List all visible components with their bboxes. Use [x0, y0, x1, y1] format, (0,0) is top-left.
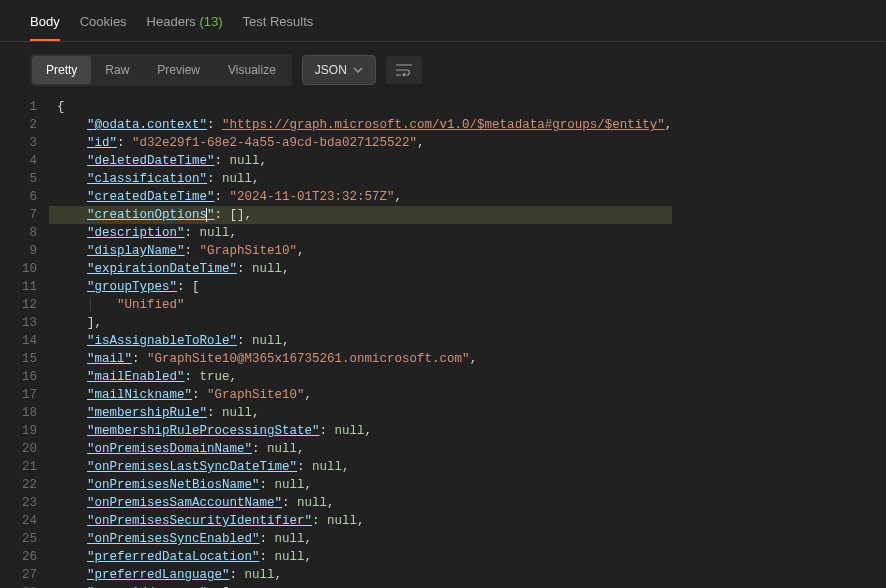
code-line[interactable]: "onPremisesDomainName": null, — [49, 440, 672, 458]
view-raw[interactable]: Raw — [91, 56, 143, 84]
code-line[interactable]: "displayName": "GraphSite10", — [49, 242, 672, 260]
code-line[interactable]: "deletedDateTime": null, — [49, 152, 672, 170]
tab-body[interactable]: Body — [30, 14, 60, 41]
code-line[interactable]: "expirationDateTime": null, — [49, 260, 672, 278]
view-pretty[interactable]: Pretty — [32, 56, 91, 84]
code-line[interactable]: "mail": "GraphSite10@M365x16735261.onmic… — [49, 350, 672, 368]
code-line[interactable]: ], — [49, 314, 672, 332]
code-line[interactable]: "onPremisesLastSyncDateTime": null, — [49, 458, 672, 476]
wrap-icon — [396, 64, 412, 76]
view-mode-segmented: Pretty Raw Preview Visualize — [30, 54, 292, 86]
tab-headers[interactable]: Headers (13) — [147, 14, 223, 41]
code-line[interactable]: "classification": null, — [49, 170, 672, 188]
code-line[interactable]: "membershipRule": null, — [49, 404, 672, 422]
code-line[interactable]: "createdDateTime": "2024-11-01T23:32:57Z… — [49, 188, 672, 206]
code-line[interactable]: "isAssignableToRole": null, — [49, 332, 672, 350]
code-line[interactable]: "membershipRuleProcessingState": null, — [49, 422, 672, 440]
headers-count-badge: (13) — [199, 14, 222, 29]
body-controls: Pretty Raw Preview Visualize JSON — [0, 42, 886, 98]
response-body-editor[interactable]: 1234567891011121314151617181920212223242… — [0, 98, 886, 588]
code-line[interactable]: "mailEnabled": true, — [49, 368, 672, 386]
code-content[interactable]: { "@odata.context": "https://graph.micro… — [49, 98, 672, 588]
view-preview[interactable]: Preview — [143, 56, 214, 84]
code-line[interactable]: "preferredDataLocation": null, — [49, 548, 672, 566]
code-line[interactable]: "groupTypes": [ — [49, 278, 672, 296]
code-line[interactable]: "mailNickname": "GraphSite10", — [49, 386, 672, 404]
tab-test-results[interactable]: Test Results — [243, 14, 314, 41]
response-tabs: Body Cookies Headers (13) Test Results — [0, 0, 886, 42]
code-line[interactable]: "description": null, — [49, 224, 672, 242]
code-line[interactable]: "proxyAddresses": [ — [49, 584, 672, 588]
tab-headers-label: Headers — [147, 14, 196, 29]
code-line[interactable]: { — [49, 98, 672, 116]
code-line[interactable]: "onPremisesSecurityIdentifier": null, — [49, 512, 672, 530]
code-line[interactable]: "onPremisesNetBiosName": null, — [49, 476, 672, 494]
code-line[interactable]: "@odata.context": "https://graph.microso… — [49, 116, 672, 134]
code-line[interactable]: "id": "d32e29f1-68e2-4a55-a9cd-bda027125… — [49, 134, 672, 152]
format-dropdown-label: JSON — [315, 63, 347, 77]
format-dropdown[interactable]: JSON — [302, 55, 376, 85]
view-visualize[interactable]: Visualize — [214, 56, 290, 84]
code-line[interactable]: "onPremisesSamAccountName": null, — [49, 494, 672, 512]
line-number-gutter: 1234567891011121314151617181920212223242… — [0, 98, 49, 588]
chevron-down-icon — [353, 65, 363, 75]
code-line[interactable]: "preferredLanguage": null, — [49, 566, 672, 584]
tab-cookies[interactable]: Cookies — [80, 14, 127, 41]
code-line[interactable]: "onPremisesSyncEnabled": null, — [49, 530, 672, 548]
wrap-lines-button[interactable] — [386, 56, 422, 84]
code-line[interactable]: "creationOptions": [], — [49, 206, 672, 224]
code-line[interactable]: │ "Unified" — [49, 296, 672, 314]
